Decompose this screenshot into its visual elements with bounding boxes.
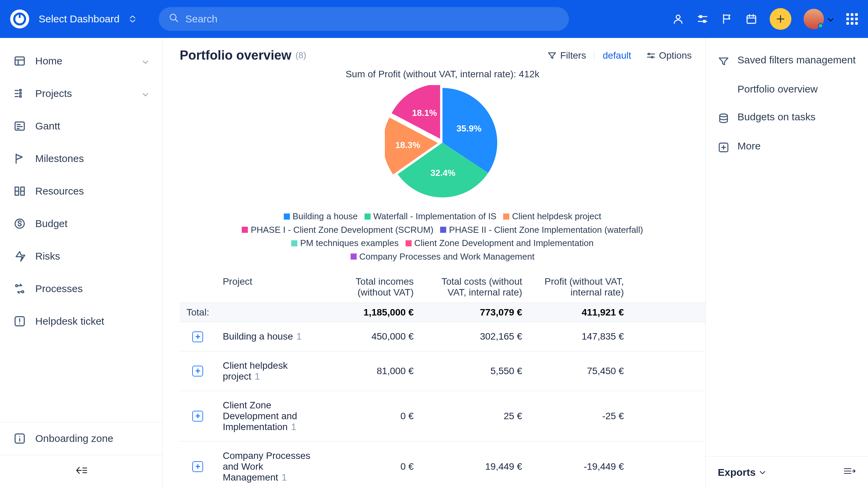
cell-profit: -19,449 € (529, 441, 631, 488)
total-costs: 773,079 € (420, 303, 529, 322)
legend-label: PM techniques examples (300, 237, 398, 250)
legend-item[interactable]: Waterfall - Implementation of IS (364, 210, 496, 223)
cell-project: Building a house (223, 331, 293, 342)
legend-label: Company Processes and Work Management (359, 250, 535, 263)
flag-icon[interactable] (721, 13, 733, 25)
divider (594, 50, 594, 61)
sidebar-item-home[interactable]: Home (0, 45, 162, 77)
svg-point-1 (676, 15, 680, 19)
col-project[interactable]: Project (216, 271, 319, 303)
table-row[interactable]: + Building a house1 450,000 € 302,165 € … (180, 322, 705, 351)
cell-profit: 75,450 € (529, 351, 631, 391)
helpdesk-ticket-icon (14, 315, 26, 327)
saved-filters-label: Saved filters management (737, 54, 856, 66)
app-logo[interactable] (10, 9, 29, 28)
options-button[interactable]: Options (646, 50, 692, 61)
calendar-icon[interactable] (745, 13, 757, 25)
svg-rect-7 (20, 93, 21, 94)
gantt-icon (14, 120, 26, 132)
coins-icon (718, 113, 729, 124)
cell-costs: 302,165 € (420, 322, 529, 351)
milestones-icon (14, 152, 26, 165)
sidebar-item-risks[interactable]: Risks (0, 240, 162, 272)
legend-item[interactable]: PHASE II - Client Zone Implementation (w… (440, 223, 643, 237)
legend-label: PHASE II - Client Zone Implementation (w… (449, 223, 643, 237)
col-profit[interactable]: Profit (without VAT, internal rate) (529, 271, 631, 303)
cell-costs: 19,449 € (420, 441, 529, 488)
info-icon (14, 432, 26, 445)
legend-item[interactable]: PM techniques examples (291, 237, 398, 250)
cell-incomes: 81,000 € (319, 351, 420, 391)
budgets-link[interactable]: Budgets on tasks (706, 103, 868, 132)
chevron-down-icon (142, 55, 149, 67)
col-incomes[interactable]: Total incomes (without VAT) (319, 271, 420, 303)
search-input[interactable]: Search (159, 7, 569, 31)
legend-swatch (284, 214, 290, 220)
pie-slice-label: 32.4% (430, 167, 455, 178)
options-label: Options (659, 50, 692, 61)
saved-filters-link[interactable]: Saved filters management (706, 46, 868, 75)
legend-label: Waterfall - Implementation of IS (373, 210, 496, 223)
pie-chart: 35.9%32.4%18.3%18.1% (385, 85, 500, 200)
legend-label: Building a house (293, 210, 358, 223)
pie-slice-label: 35.9% (456, 123, 481, 134)
legend-swatch (406, 240, 412, 246)
legend-item[interactable]: PHASE I - Client Zone Development (SCRUM… (242, 223, 433, 237)
sidebar-item-projects[interactable]: Projects (0, 77, 162, 110)
legend-swatch (291, 240, 297, 246)
sidebar-item-label: Helpdesk ticket (35, 316, 149, 327)
table-row[interactable]: + Company Processes and Work Management1… (180, 441, 705, 488)
sidebar-item-label: Processes (35, 283, 149, 294)
pie-slice-label: 18.1% (412, 108, 437, 118)
legend-item[interactable]: Client Zone Development and Implementati… (406, 237, 594, 250)
exports-button[interactable]: Exports (718, 467, 766, 478)
sidebar-onboarding[interactable]: Onboarding zone (0, 422, 162, 455)
chart-title: Sum of Profit (without VAT, internal rat… (180, 69, 705, 80)
cell-costs: 5,550 € (420, 351, 529, 391)
dashboard-selector[interactable]: Select Dashboard (39, 13, 136, 25)
expand-row-button[interactable]: + (192, 366, 203, 377)
legend-item[interactable]: Building a house (284, 210, 358, 223)
chevron-down-icon (142, 88, 149, 99)
legend-item[interactable]: Company Processes and Work Management (351, 250, 535, 263)
portfolio-table: Project Total incomes (without VAT) Tota… (180, 271, 705, 488)
user-menu[interactable] (804, 9, 834, 29)
sidebar-item-label: Milestones (35, 153, 149, 164)
person-icon[interactable] (672, 13, 684, 25)
sidebar-item-helpdesk-ticket[interactable]: Helpdesk ticket (0, 305, 162, 338)
more-link[interactable]: More (706, 132, 868, 161)
row-count: 1 (296, 331, 302, 342)
budget-icon (14, 218, 26, 230)
add-button[interactable] (770, 8, 791, 30)
cell-project: Client Zone Development and Implementati… (223, 400, 297, 432)
sidebar-item-milestones[interactable]: Milestones (0, 142, 162, 175)
sliders-icon[interactable] (696, 13, 709, 25)
legend-swatch (503, 214, 509, 220)
filter-icon[interactable]: Filters (547, 50, 586, 61)
export-icon[interactable] (843, 466, 856, 479)
col-costs[interactable]: Total costs (without VAT, internal rate) (420, 271, 529, 303)
sidebar-item-budget[interactable]: Budget (0, 207, 162, 240)
online-status-icon (818, 23, 823, 28)
default-filter-link[interactable]: default (603, 50, 631, 61)
chart-legend: Building a houseWaterfall - Implementati… (180, 210, 705, 263)
sidebar-item-resources[interactable]: Resources (0, 175, 162, 207)
cell-profit: 147,835 € (529, 322, 631, 351)
table-row[interactable]: + Client helpdesk project1 81,000 € 5,55… (180, 351, 705, 391)
sidebar-item-processes[interactable]: Processes (0, 272, 162, 305)
saved-filter-item[interactable]: Portfolio overview (706, 75, 868, 103)
collapse-sidebar-icon[interactable] (75, 465, 88, 478)
sidebar-item-label: Onboarding zone (35, 433, 149, 444)
expand-row-button[interactable]: + (192, 461, 203, 472)
legend-item[interactable]: Client helpdesk project (503, 210, 601, 223)
projects-icon (14, 87, 26, 100)
cell-incomes: 0 € (319, 441, 420, 488)
search-placeholder: Search (185, 13, 217, 25)
expand-row-button[interactable]: + (192, 331, 203, 342)
sidebar-item-gantt[interactable]: Gantt (0, 110, 162, 142)
filters-label: Filters (560, 50, 586, 61)
svg-point-19 (720, 114, 728, 117)
apps-grid-icon[interactable] (846, 13, 858, 25)
expand-row-button[interactable]: + (192, 411, 203, 422)
table-row[interactable]: + Client Zone Development and Implementa… (180, 391, 705, 441)
